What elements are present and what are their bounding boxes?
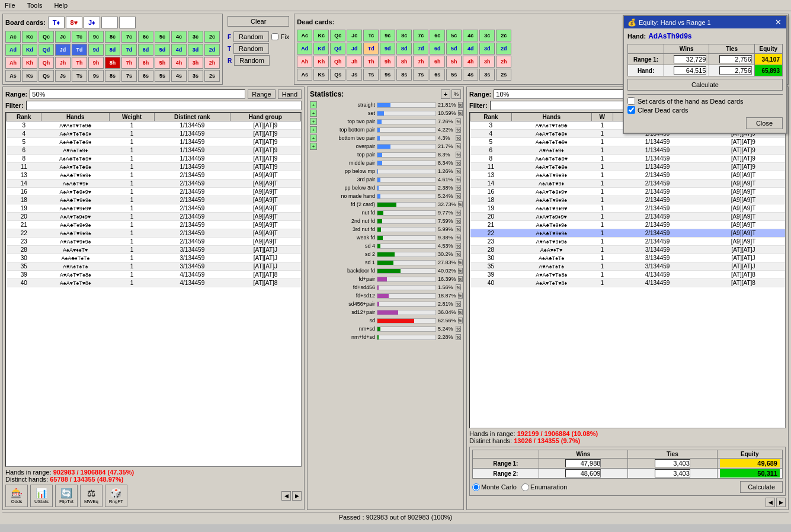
card-3h[interactable]: 3h bbox=[188, 57, 203, 69]
dead-Qh[interactable]: Qh bbox=[330, 56, 345, 68]
clear-dead-cards-checkbox[interactable] bbox=[627, 106, 635, 114]
stat-pct-btn[interactable]: % bbox=[458, 276, 463, 282]
range1-icon-odds[interactable]: 🎰Odds bbox=[5, 485, 28, 507]
range1-table-row[interactable]: 8 A♠A♣T♠T♣9♥ 1 1/134459 [AT][AT]9 bbox=[7, 155, 301, 163]
card-5c[interactable]: 5c bbox=[155, 31, 170, 43]
stat-pct-btn[interactable]: % bbox=[456, 185, 461, 191]
range1-table-row[interactable]: 20 A♦A♥T♠9♦9♥ 1 2/134459 [A9][A9]T bbox=[7, 213, 301, 221]
dead-Ad[interactable]: Ad bbox=[297, 43, 312, 55]
stat-plus-btn[interactable]: + bbox=[310, 110, 317, 117]
range1-table-row[interactable]: 18 A♠A♣T♥9♦9♠ 1 2/134459 [A9][A9]T bbox=[7, 196, 301, 204]
enumaration-radio[interactable] bbox=[521, 483, 529, 491]
card-Qc[interactable]: Qc bbox=[39, 31, 54, 43]
card-Qd[interactable]: Qd bbox=[39, 44, 54, 56]
card-7h[interactable]: 7h bbox=[121, 57, 137, 69]
eq-panel-wins-hand-input[interactable] bbox=[674, 66, 706, 75]
eq-panel-wins1-input[interactable] bbox=[674, 55, 706, 63]
stat-pct-btn[interactable]: % bbox=[456, 243, 461, 249]
range2-nav-prev[interactable]: ◀ bbox=[766, 498, 775, 507]
stats-add-button[interactable]: + bbox=[441, 89, 450, 99]
card-9d[interactable]: 9d bbox=[88, 44, 104, 56]
stat-pct-btn[interactable]: % bbox=[456, 177, 461, 182]
stat-plus-btn[interactable]: + bbox=[310, 118, 317, 125]
card-Ac[interactable]: Ac bbox=[5, 31, 21, 43]
eq-panel-ties1-input[interactable] bbox=[719, 55, 752, 63]
dead-9d[interactable]: 9d bbox=[380, 43, 395, 55]
dead-4h[interactable]: 4h bbox=[463, 56, 478, 68]
dead-8d[interactable]: 8d bbox=[396, 43, 412, 55]
stat-pct-btn[interactable]: % bbox=[458, 102, 463, 108]
card-Td[interactable]: Td bbox=[72, 44, 87, 56]
stat-pct-btn[interactable]: % bbox=[456, 235, 461, 241]
card-2d[interactable]: 2d bbox=[204, 44, 220, 56]
dead-Kd[interactable]: Kd bbox=[313, 43, 329, 55]
range1-table-row[interactable]: 35 A♥A♠T♠T♠ 1 3/134459 [AT][AT]J bbox=[7, 262, 301, 271]
range2-table-row[interactable]: 14 A♠A♣T♥9♦ 1 2/134459 [A9][A9]T bbox=[470, 180, 785, 188]
eq-wins2-input[interactable] bbox=[565, 469, 601, 477]
dead-7d[interactable]: 7d bbox=[413, 43, 428, 55]
card-Th[interactable]: Th bbox=[72, 57, 87, 69]
card-4h[interactable]: 4h bbox=[171, 57, 187, 69]
dead-Kh[interactable]: Kh bbox=[313, 56, 329, 68]
card-4s[interactable]: 4s bbox=[171, 70, 187, 82]
stat-pct-btn[interactable]: % bbox=[456, 152, 461, 158]
range2-table-row[interactable]: 5 A♠A♣T♠T♣9♦ 1 1/134459 [AT][AT]9 bbox=[470, 138, 785, 146]
dead-2s[interactable]: 2s bbox=[496, 69, 511, 81]
range2-table-row[interactable]: 22 A♦A♣T♥9♦9♠ 1 2/134459 [A9][A9]T bbox=[470, 229, 785, 238]
stats-pct-button[interactable]: % bbox=[451, 89, 461, 99]
card-8s[interactable]: 8s bbox=[105, 70, 120, 82]
dead-7s[interactable]: 7s bbox=[413, 69, 428, 81]
turn-random-button[interactable]: Random bbox=[233, 43, 269, 54]
dead-Qd[interactable]: Qd bbox=[330, 43, 345, 55]
dead-6s[interactable]: 6s bbox=[430, 69, 445, 81]
range2-table-row[interactable]: 13 A♠A♣T♥9♦9♦ 1 2/134459 [A9][A9]T bbox=[470, 171, 785, 180]
stat-pct-btn[interactable]: % bbox=[458, 110, 463, 116]
equity-close-x[interactable]: ✕ bbox=[774, 18, 783, 27]
dead-Jd[interactable]: Jd bbox=[347, 43, 362, 55]
dead-6c[interactable]: 6c bbox=[430, 30, 445, 41]
dead-Ks[interactable]: Ks bbox=[313, 69, 329, 81]
dead-5d[interactable]: 5d bbox=[446, 43, 462, 55]
card-3s[interactable]: 3s bbox=[188, 70, 203, 82]
stat-pct-btn[interactable]: % bbox=[456, 118, 461, 124]
range1-nav-next[interactable]: ▶ bbox=[292, 491, 302, 501]
card-Tc[interactable]: Tc bbox=[72, 31, 87, 43]
dead-Ac[interactable]: Ac bbox=[297, 30, 312, 41]
range1-icon-fliptxt[interactable]: 🔄FlipTxt bbox=[55, 485, 78, 507]
stat-pct-btn[interactable]: % bbox=[456, 135, 461, 141]
range2-table-row[interactable]: 30 A♠A♣T♠T♠ 1 3/134459 [AT][AT]J bbox=[470, 254, 785, 262]
river-random-button[interactable]: Random bbox=[234, 55, 270, 66]
range2-table-row[interactable]: 20 A♦A♥T♠9♦9♥ 1 2/134459 [A9][A9]T bbox=[470, 213, 785, 221]
flop-random-button[interactable]: Random bbox=[233, 31, 269, 42]
card-Kd[interactable]: Kd bbox=[22, 44, 37, 56]
stat-pct-btn[interactable]: % bbox=[458, 318, 463, 323]
dead-5s[interactable]: 5s bbox=[446, 69, 462, 81]
range1-table-row[interactable]: 14 A♠A♣T♥9♦ 1 2/134459 [A9][A9]T bbox=[7, 180, 301, 188]
menu-help[interactable]: Help bbox=[52, 1, 70, 9]
range1-icon-mweq[interactable]: ⚖MWEq bbox=[80, 485, 103, 507]
stat-plus-btn[interactable]: + bbox=[310, 143, 317, 150]
card-2c[interactable]: 2c bbox=[204, 31, 220, 43]
dead-4s[interactable]: 4s bbox=[463, 69, 478, 81]
stat-pct-btn[interactable]: % bbox=[458, 309, 463, 315]
dead-Qs[interactable]: Qs bbox=[330, 69, 345, 81]
board-card-J[interactable]: J♦ bbox=[84, 17, 100, 28]
range1-hand-button[interactable]: Hand bbox=[278, 89, 302, 99]
card-6s[interactable]: 6s bbox=[138, 70, 153, 82]
eq-ties2-input[interactable] bbox=[655, 469, 690, 477]
card-Jh[interactable]: Jh bbox=[55, 57, 71, 69]
dead-7c[interactable]: 7c bbox=[413, 30, 428, 41]
range2-table-row[interactable]: 39 A♥A♠T♥T♠8♠ 1 4/134459 [AT][AT]8 bbox=[470, 271, 785, 279]
equity-close-button[interactable]: Close bbox=[746, 117, 783, 129]
card-9h[interactable]: 9h bbox=[88, 57, 104, 69]
dead-9h[interactable]: 9h bbox=[380, 56, 395, 68]
range1-table-row[interactable]: 40 A♠A♥T♠T♥8♦ 1 4/134459 [AT][AT]8 bbox=[7, 279, 301, 287]
range1-table-row[interactable]: 39 A♥A♠T♥T♠8♠ 1 4/134459 [AT][AT]8 bbox=[7, 271, 301, 279]
card-4c[interactable]: 4c bbox=[171, 31, 187, 43]
stat-pct-btn[interactable]: % bbox=[456, 168, 461, 174]
stat-pct-btn[interactable]: % bbox=[456, 334, 461, 340]
card-8h[interactable]: 8h bbox=[105, 57, 120, 69]
dead-8s[interactable]: 8s bbox=[396, 69, 412, 81]
stat-pct-btn[interactable]: % bbox=[456, 210, 461, 216]
range1-icon-rngft[interactable]: 🎲RngFT bbox=[105, 485, 127, 507]
